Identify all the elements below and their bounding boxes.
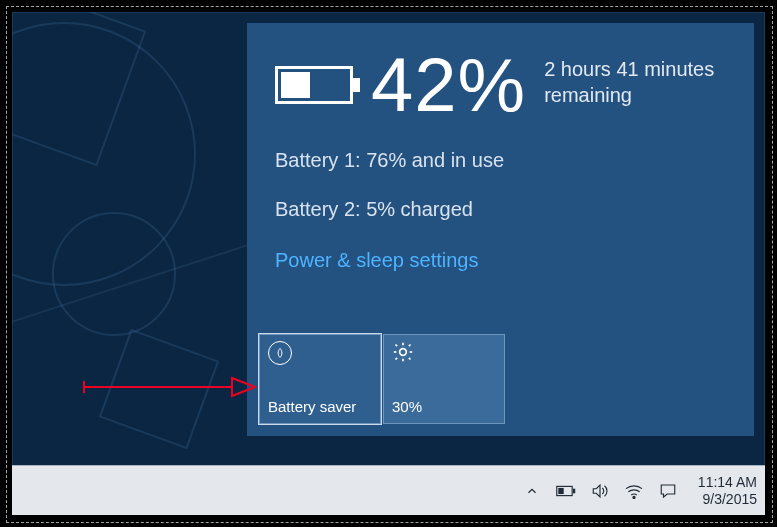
svg-rect-13 bbox=[573, 488, 575, 493]
battery-remaining: 2 hours 41 minutes remaining bbox=[544, 56, 714, 108]
wifi-icon[interactable] bbox=[624, 481, 644, 501]
svg-line-6 bbox=[409, 358, 411, 360]
battery-header: 42% 2 hours 41 minutes remaining bbox=[275, 47, 726, 123]
battery-2-status: Battery 2: 5% charged bbox=[275, 198, 726, 221]
system-tray: 11:14 AM 9/3/2015 bbox=[522, 474, 757, 508]
power-sleep-settings-link[interactable]: Power & sleep settings bbox=[275, 249, 478, 272]
taskbar-time: 11:14 AM bbox=[698, 474, 757, 491]
svg-line-8 bbox=[396, 358, 398, 360]
tray-overflow-icon[interactable] bbox=[522, 481, 542, 501]
svg-rect-14 bbox=[558, 487, 563, 493]
battery-flyout: 42% 2 hours 41 minutes remaining Battery… bbox=[247, 23, 754, 436]
svg-point-16 bbox=[633, 496, 635, 498]
leaf-icon bbox=[268, 341, 292, 365]
quick-action-tiles: Battery saver 30% bbox=[259, 334, 505, 424]
brightness-tile[interactable]: 30% bbox=[383, 334, 505, 424]
brightness-label: 30% bbox=[392, 398, 496, 415]
remaining-line-2: remaining bbox=[544, 82, 714, 108]
battery-tray-icon[interactable] bbox=[556, 481, 576, 501]
battery-saver-tile[interactable]: Battery saver bbox=[259, 334, 381, 424]
svg-point-0 bbox=[400, 349, 407, 356]
action-center-icon[interactable] bbox=[658, 481, 678, 501]
svg-marker-15 bbox=[593, 485, 600, 497]
brightness-icon bbox=[392, 341, 414, 363]
volume-icon[interactable] bbox=[590, 481, 610, 501]
taskbar-date: 9/3/2015 bbox=[698, 491, 757, 508]
battery-saver-label: Battery saver bbox=[268, 398, 372, 415]
svg-marker-11 bbox=[232, 378, 255, 396]
battery-detail-list: Battery 1: 76% and in use Battery 2: 5% … bbox=[275, 149, 726, 221]
battery-percent: 42% bbox=[371, 47, 526, 123]
remaining-line-1: 2 hours 41 minutes bbox=[544, 56, 714, 82]
battery-icon bbox=[275, 66, 353, 104]
taskbar: 11:14 AM 9/3/2015 bbox=[12, 465, 765, 515]
svg-line-7 bbox=[409, 345, 411, 347]
battery-1-status: Battery 1: 76% and in use bbox=[275, 149, 726, 172]
annotation-arrow bbox=[82, 372, 257, 402]
desktop: 42% 2 hours 41 minutes remaining Battery… bbox=[12, 12, 765, 515]
svg-line-5 bbox=[396, 345, 398, 347]
taskbar-clock[interactable]: 11:14 AM 9/3/2015 bbox=[698, 474, 757, 508]
